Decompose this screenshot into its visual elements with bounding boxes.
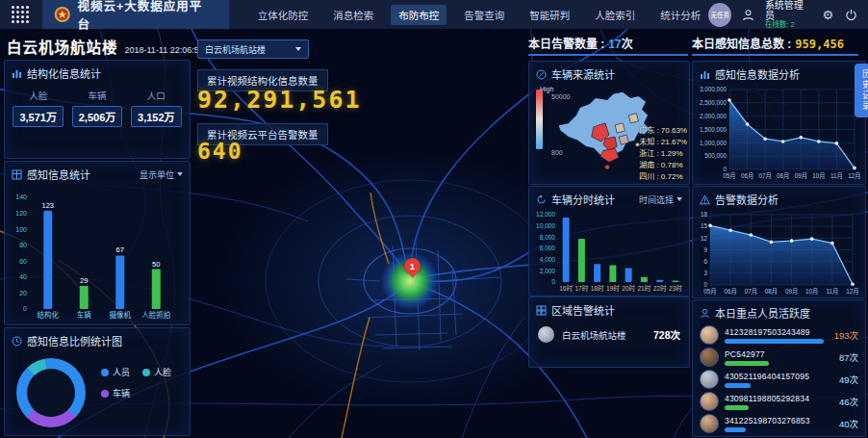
user-block: 系统管理员 在线数: 2 <box>765 0 811 29</box>
region-alarm-row[interactable]: 白云机场航站楼 728次 <box>529 320 689 343</box>
menu-item-4[interactable]: 告警查询 <box>456 5 512 25</box>
svg-text:80: 80 <box>19 242 27 248</box>
menu-item-1[interactable]: 立体化防控 <box>250 5 317 25</box>
svg-text:08月: 08月 <box>765 288 778 296</box>
structured-stat: 人脸 3,571万 <box>13 89 64 127</box>
panel-region-alarm: 区域告警统计 白云机场航站楼 728次 <box>528 296 690 368</box>
police-badge-icon <box>54 6 71 23</box>
svg-text:07月: 07月 <box>758 172 771 180</box>
legend-item: 人员 <box>101 366 142 378</box>
svg-text:12,000: 12,000 <box>536 211 555 218</box>
ratio-donut-chart <box>16 358 86 427</box>
svg-text:12月: 12月 <box>846 288 858 296</box>
metric-structured-value: 92,291,561 <box>197 86 362 114</box>
svg-text:10月: 10月 <box>812 172 825 180</box>
region-count: 728次 <box>653 327 680 342</box>
person-avatar <box>700 325 719 345</box>
top-navbar: 视频云+大数据应用平台 立体化防控消息检索布防布控告警查询智能研判人脸索引统计分… <box>0 0 868 29</box>
svg-text:05月: 05月 <box>723 172 735 180</box>
svg-text:21时: 21时 <box>638 284 651 292</box>
legend-label: 人脸 <box>154 366 171 378</box>
menu-item-6[interactable]: 人脸索引 <box>587 5 643 25</box>
person-id: 430981198805292834 <box>725 394 824 403</box>
svg-text:18时: 18时 <box>591 284 604 292</box>
key-person-row[interactable]: 430521196404157095 49次 <box>693 367 865 389</box>
stat-value: 2,506万 <box>72 106 123 127</box>
menu-item-7[interactable]: 统计分析 <box>652 5 708 25</box>
svg-text:05月: 05月 <box>703 288 716 296</box>
svg-text:140: 140 <box>15 193 27 200</box>
svg-text:6: 6 <box>703 258 707 265</box>
table-icon <box>12 169 22 180</box>
vehicle-source-row: 湖南 : 0.78% <box>639 159 687 169</box>
person-avatar <box>700 414 719 433</box>
user-status-text: 在线数: 2 <box>765 21 811 29</box>
app-root: 视频云+大数据应用平台 立体化防控消息检索布防布控告警查询智能研判人脸索引统计分… <box>0 0 868 438</box>
panel-title: 结构化信息统计 <box>27 65 101 81</box>
person-info: 430521196404157095 <box>725 372 824 388</box>
user-status-badge[interactable]: 无任务 <box>708 3 731 27</box>
warning-icon <box>700 194 710 205</box>
person-id: 412328197503243489 <box>725 327 824 337</box>
svg-text:11月: 11月 <box>826 288 838 296</box>
settings-gear-icon[interactable]: ⚙ <box>821 8 834 22</box>
key-person-row[interactable]: PC542977 87次 <box>693 345 865 367</box>
time-select-dropdown[interactable]: 时间选择 <box>639 193 682 206</box>
key-person-row[interactable]: 430981198805292834 46次 <box>693 389 865 411</box>
svg-text:10月: 10月 <box>805 288 818 296</box>
stat-value: 3,152万 <box>131 106 182 127</box>
grid-icon <box>536 305 547 316</box>
menu-item-5[interactable]: 智能研判 <box>522 5 577 25</box>
user-name[interactable]: 系统管理员 <box>765 0 811 21</box>
menu-item-3[interactable]: 布防布控 <box>391 5 447 25</box>
power-icon[interactable] <box>845 8 858 22</box>
user-icon <box>741 8 754 22</box>
person-id: 430521196404157095 <box>725 372 824 381</box>
legend-dot <box>142 369 150 376</box>
svg-text:结构化: 结构化 <box>38 310 60 320</box>
vehicle-source-list: 广东 : 70.63%未知 : 21.67%浙江 : 1.29%湖南 : 0.7… <box>639 124 687 181</box>
site-datetime: 2018-11-11 22:06:57 <box>125 45 204 55</box>
key-person-row[interactable]: 412328197503243489 193次 <box>693 322 865 345</box>
person-icon <box>700 308 710 319</box>
svg-text:2,000: 2,000 <box>540 268 556 274</box>
map-cluster-marker[interactable]: 1 <box>404 258 421 274</box>
vehicle-source-row: 未知 : 21.67% <box>639 136 687 146</box>
svg-text:12: 12 <box>701 235 708 242</box>
svg-text:06月: 06月 <box>724 288 736 296</box>
svg-text:0: 0 <box>23 305 27 312</box>
svg-text:08月: 08月 <box>777 172 789 180</box>
person-activity-bar <box>725 427 824 432</box>
ratio-legend: 人员人脸车辆 <box>101 366 184 399</box>
site-title: 白云机场航站楼 <box>7 36 118 57</box>
history-side-tab[interactable]: 历史记录 <box>855 64 868 117</box>
apps-grid-icon[interactable] <box>12 6 29 23</box>
menu-item-2[interactable]: 消息检索 <box>325 5 381 25</box>
svg-text:100: 100 <box>15 226 27 233</box>
vehicle-time-bar-chart: 02,0004,0006,0008,00010,00012,00016时17时1… <box>529 209 689 297</box>
today-perception-header: 本日感知信息总数 : 959,456 <box>692 35 858 56</box>
vehicle-source-row: 浙江 : 1.29% <box>639 147 687 158</box>
person-id: 341225198703276853 <box>725 416 824 425</box>
person-count: 87次 <box>830 350 858 364</box>
today-perception-value: 959,456 <box>795 38 844 51</box>
svg-text:22时: 22时 <box>653 284 667 292</box>
panel-perception-trend: 感知信息数据分析 0500,0001,000,0001,500,0002,000… <box>692 61 866 185</box>
svg-text:9: 9 <box>703 246 707 253</box>
app-title: 视频云+大数据应用平台 <box>78 0 212 33</box>
key-person-row[interactable]: 341225198703276853 40次 <box>693 411 865 433</box>
structured-stat: 人口 3,152万 <box>131 89 182 127</box>
svg-text:20时: 20时 <box>622 284 635 292</box>
panel-vehicle-source: 车辆来源统计 High 50000 800 <box>528 61 690 185</box>
chevron-down-icon <box>295 47 301 54</box>
legend-label: 车辆 <box>113 387 130 399</box>
vehicle-source-row: 广东 : 70.63% <box>639 124 687 135</box>
area-select-dropdown[interactable]: 白云机场航站楼 <box>197 39 309 59</box>
structured-stat: 车辆 2,506万 <box>72 89 123 127</box>
svg-text:60: 60 <box>19 258 27 265</box>
stat-label: 人脸 <box>29 89 47 102</box>
svg-text:8,000: 8,000 <box>540 234 556 241</box>
today-alarm-value: 17 <box>608 38 621 51</box>
unit-dropdown[interactable]: 显示单位 <box>140 168 183 181</box>
site-header: 白云机场航站楼 2018-11-11 22:06:57 <box>7 36 204 57</box>
